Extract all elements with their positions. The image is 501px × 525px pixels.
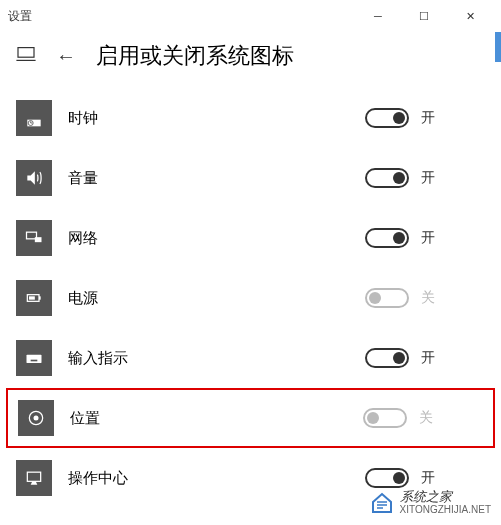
titlebar: 设置 ─ ☐ ✕: [0, 0, 501, 32]
svg-rect-11: [27, 355, 42, 363]
toggle-state-label: 开: [421, 469, 435, 487]
toggle-state-label: 开: [421, 169, 435, 187]
power-icon: [16, 280, 52, 316]
toggle-clock[interactable]: [365, 108, 409, 128]
svg-rect-18: [27, 472, 40, 481]
toggle-state-label: 关: [419, 409, 433, 427]
toggle-actioncenter[interactable]: [365, 468, 409, 488]
toggle-state-label: 开: [421, 229, 435, 247]
back-button[interactable]: ←: [56, 45, 76, 68]
clock-icon: [16, 100, 52, 136]
svg-rect-9: [39, 296, 41, 299]
toggle-state-label: 关: [421, 289, 435, 307]
page-title: 启用或关闭系统图标: [96, 41, 294, 71]
setting-row-power: 电源 关: [0, 268, 501, 328]
actioncenter-icon: [16, 460, 52, 496]
setting-row-network: 网络 开: [0, 208, 501, 268]
watermark-title: 系统之家: [400, 490, 492, 504]
watermark: 系统之家 XITONGZHIJIA.NET: [370, 490, 492, 515]
toggle-input[interactable]: [365, 348, 409, 368]
watermark-url: XITONGZHIJIA.NET: [400, 504, 492, 515]
svg-point-17: [34, 416, 39, 421]
input-icon: [16, 340, 52, 376]
scrollbar[interactable]: [493, 32, 501, 525]
toggle-location[interactable]: [363, 408, 407, 428]
setting-row-location: 位置 关: [6, 388, 495, 448]
setting-label: 时钟: [68, 109, 365, 128]
svg-rect-10: [29, 296, 35, 299]
location-icon: [18, 400, 54, 436]
maximize-button[interactable]: ☐: [401, 0, 447, 32]
setting-label: 网络: [68, 229, 365, 248]
volume-icon: [16, 160, 52, 196]
toggle-volume[interactable]: [365, 168, 409, 188]
setting-label: 输入指示: [68, 349, 365, 368]
setting-row-volume: 音量 开: [0, 148, 501, 208]
setting-row-clock: 时钟 开: [0, 88, 501, 148]
setting-label: 位置: [70, 409, 363, 428]
setting-label: 电源: [68, 289, 365, 308]
device-icon: [16, 46, 36, 66]
scrollbar-thumb[interactable]: [495, 32, 501, 62]
window-title: 设置: [8, 8, 355, 25]
network-icon: [16, 220, 52, 256]
setting-label: 音量: [68, 169, 365, 188]
svg-rect-0: [18, 48, 34, 58]
watermark-logo-icon: [370, 490, 394, 514]
window-controls: ─ ☐ ✕: [355, 0, 493, 32]
svg-rect-7: [35, 237, 42, 242]
page-header: ← 启用或关闭系统图标: [0, 32, 501, 80]
setting-label: 操作中心: [68, 469, 365, 488]
toggle-network[interactable]: [365, 228, 409, 248]
toggle-power[interactable]: [365, 288, 409, 308]
close-button[interactable]: ✕: [447, 0, 493, 32]
setting-row-input: 输入指示 开: [0, 328, 501, 388]
toggle-state-label: 开: [421, 349, 435, 367]
toggle-state-label: 开: [421, 109, 435, 127]
settings-list: 时钟 开 音量 开 网络 开 电源 关: [0, 80, 501, 508]
minimize-button[interactable]: ─: [355, 0, 401, 32]
